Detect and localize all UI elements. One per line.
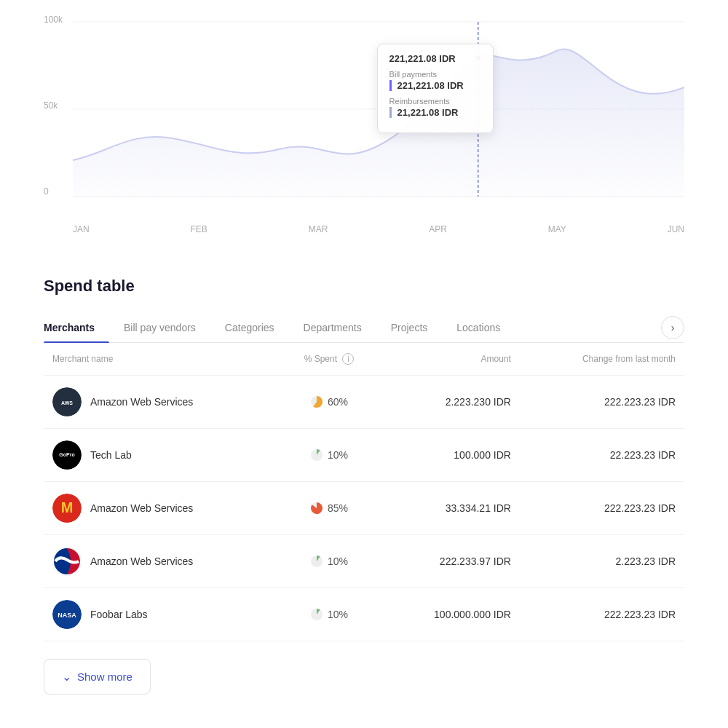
chart-y-labels: 100k 50k 0 [44, 15, 63, 204]
tooltip-bill-label: Bill payments [389, 70, 481, 79]
tooltip-reimburse-value: 21,221.08 IDR [389, 107, 481, 118]
merchant-cell-2: M Amazon Web Services [44, 482, 279, 535]
spend-table: Merchant name % Spent i Amount Change fr… [44, 343, 684, 641]
merchant-cell-4: NASA Foobar Labs [44, 588, 279, 641]
merchant-name-0: Amazon Web Services [90, 396, 193, 408]
merchant-cell-0: AWS Amazon Web Services [44, 376, 279, 429]
x-label-may: MAY [548, 224, 566, 234]
percent-cell-2: 85% [279, 482, 379, 535]
percent-cell-1: 10% [279, 429, 379, 482]
tabs-container: Merchants Bill pay vendors Categories De… [44, 313, 684, 343]
amount-cell-3: 222.233.97 IDR [379, 535, 520, 588]
merchant-name-3: Amazon Web Services [90, 555, 193, 567]
y-label-50k: 50k [44, 100, 63, 111]
tab-locations[interactable]: Locations [442, 313, 515, 342]
table-row: GoPro Tech Lab 10% 100.000 IDR 22.223.23… [44, 429, 684, 482]
percent-value-0: 60% [328, 396, 348, 408]
change-cell-0: 222.223.23 IDR [520, 376, 684, 429]
tab-merchants[interactable]: Merchants [44, 313, 109, 342]
svg-text:AWS: AWS [61, 400, 73, 405]
chart-tooltip: 221,221.08 IDR Bill payments 221,221.08 … [377, 44, 494, 133]
x-label-jun: JUN [668, 224, 684, 234]
y-label-100k: 100k [44, 15, 63, 25]
svg-text:GoPro: GoPro [59, 452, 74, 457]
percent-value-3: 10% [328, 555, 348, 567]
chart-area: 100k 50k 0 [44, 15, 684, 248]
col-percent-spent: % Spent i [279, 343, 379, 376]
merchant-name-2: Amazon Web Services [90, 502, 193, 514]
x-label-mar: MAR [309, 224, 328, 234]
amount-cell-4: 100.000.000 IDR [379, 588, 520, 641]
show-more-button[interactable]: ⌄ Show more [44, 659, 151, 695]
merchant-logo-0: AWS [52, 387, 82, 416]
percent-cell-4: 10% [279, 588, 379, 641]
table-row: NASA Foobar Labs 10% 100.000.000 IDR 222… [44, 588, 684, 641]
amount-cell-1: 100.000 IDR [379, 429, 520, 482]
spend-section: Spend table Merchants Bill pay vendors C… [44, 277, 684, 695]
col-amount: Amount [379, 343, 520, 376]
x-label-apr: APR [429, 224, 447, 234]
spend-table-title: Spend table [44, 277, 684, 296]
tooltip-reimburse-label: Reimbursements [389, 97, 481, 106]
merchant-cell-3: Amazon Web Services [44, 535, 279, 588]
percent-cell-0: 60% [279, 376, 379, 429]
percent-value-1: 10% [328, 449, 348, 461]
percent-value-4: 10% [328, 609, 348, 620]
page-container: 100k 50k 0 [0, 0, 728, 695]
tab-projects[interactable]: Projects [376, 313, 443, 342]
merchant-logo-4: NASA [52, 600, 82, 629]
percent-cell-3: 10% [279, 535, 379, 588]
chart-svg-wrapper: 100k 50k 0 [44, 15, 684, 218]
merchant-name-1: Tech Lab [90, 449, 132, 461]
percent-info-icon: i [342, 353, 354, 365]
table-row: Amazon Web Services 10% 222.233.97 IDR 2… [44, 535, 684, 588]
merchant-logo-3 [52, 547, 82, 576]
x-label-jan: JAN [73, 224, 90, 234]
merchant-cell-1: GoPro Tech Lab [44, 429, 279, 482]
merchant-logo-2: M [52, 494, 82, 523]
merchant-name-4: Foobar Labs [90, 609, 148, 620]
tab-categories[interactable]: Categories [210, 313, 289, 342]
col-change: Change from last month [520, 343, 684, 376]
change-cell-2: 222.223.23 IDR [520, 482, 684, 535]
change-cell-1: 22.223.23 IDR [520, 429, 684, 482]
tab-departments[interactable]: Departments [289, 313, 376, 342]
table-row: AWS Amazon Web Services 60% 2.223.230 ID… [44, 376, 684, 429]
tab-bill-pay-vendors[interactable]: Bill pay vendors [109, 313, 210, 342]
x-label-feb: FEB [191, 224, 207, 234]
chevron-down-icon: ⌄ [62, 670, 71, 684]
svg-text:M: M [61, 499, 74, 515]
chart-x-labels: JAN FEB MAR APR MAY JUN [44, 224, 684, 234]
y-label-0: 0 [44, 186, 63, 197]
percent-value-2: 85% [328, 502, 348, 514]
svg-text:NASA: NASA [58, 612, 76, 619]
tooltip-main-value: 221,221.08 IDR [389, 53, 481, 64]
amount-cell-0: 2.223.230 IDR [379, 376, 520, 429]
change-cell-3: 2.223.23 IDR [520, 535, 684, 588]
merchant-logo-1: GoPro [52, 440, 82, 470]
tooltip-bill-value: 221,221.08 IDR [389, 80, 481, 91]
change-cell-4: 222.223.23 IDR [520, 588, 684, 641]
table-row: M Amazon Web Services 85% 33.334.21 IDR … [44, 482, 684, 535]
show-more-label: Show more [77, 670, 132, 683]
amount-cell-2: 33.334.21 IDR [379, 482, 520, 535]
col-merchant-name: Merchant name [44, 343, 279, 376]
tab-next-button[interactable]: › [661, 316, 684, 339]
